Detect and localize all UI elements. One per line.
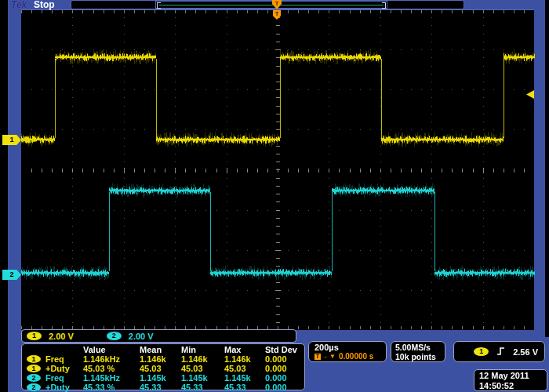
measurement-row: 2 Freq 1.145kHz 1.145k 1.145k 1.145k 0.0… xyxy=(22,373,304,383)
bezel-right-edge xyxy=(545,0,549,337)
channel-1-badge: 1 xyxy=(27,332,42,340)
trigger-level-readout: 2.56 V xyxy=(513,347,538,357)
record-waveform-line xyxy=(159,5,384,5)
title-bar: Tek Stop T xyxy=(8,0,545,10)
channel-2-badge: 2 xyxy=(27,374,41,382)
window-bracket-left xyxy=(157,2,161,9)
trigger-readout-box: 1 2.56 V xyxy=(453,341,545,362)
channel-2-badge: 2 xyxy=(27,383,41,391)
datetime-box: 12 May 2011 14:50:52 xyxy=(474,369,547,391)
sample-rate: 5.00MS/s xyxy=(395,343,445,352)
channel-scale-bar: 1 2.00 V 2 2.00 V xyxy=(21,329,296,343)
trigger-position-readout-icon: T→▼ xyxy=(314,352,336,361)
measurement-header-row: Value Mean Min Max Std Dev xyxy=(22,345,304,354)
tek-logo: Tek xyxy=(11,0,27,10)
channel-1-badge: 1 xyxy=(27,365,41,372)
record-length: 10k points xyxy=(395,352,445,361)
channel-1-scale: 2.00 V xyxy=(49,332,74,341)
measurement-row: 1 Freq 1.146kHz 1.146k 1.146k 1.146k 0.0… xyxy=(22,354,304,364)
channel-1-badge: 1 xyxy=(27,355,41,363)
measurement-row: 2 +Duty 45.33 % 45.33 45.33 45.33 0.000 xyxy=(22,383,304,392)
bezel-left-edge xyxy=(0,0,8,392)
rising-edge-icon xyxy=(496,345,505,359)
measurement-row: 1 +Duty 45.03 % 45.03 45.03 45.03 0.000 xyxy=(22,364,304,373)
measurement-panel: Value Mean Min Max Std Dev 1 Freq 1.146k… xyxy=(21,343,305,390)
time-per-division: 200µs xyxy=(314,343,386,352)
acquisition-readout-box: 5.00MS/s 10k points xyxy=(391,341,445,362)
acquisition-status: Stop xyxy=(34,0,55,10)
channel-2-badge: 2 xyxy=(107,332,122,340)
horizontal-readout-box: 200µs T→▼ 0.00000 s xyxy=(308,341,387,362)
window-bracket-right xyxy=(382,2,386,9)
trigger-position-readout: 0.00000 s xyxy=(339,352,374,361)
oscilloscope-screen: Tek Stop T T 1 2 1 2.00 V 2 2.00 V Value… xyxy=(0,0,549,392)
channel-2-scale: 2.00 V xyxy=(129,332,154,341)
time-readout: 14:50:52 xyxy=(479,381,547,391)
record-strip xyxy=(71,0,464,9)
record-view-bar xyxy=(155,1,387,9)
trigger-source-badge: 1 xyxy=(474,347,489,356)
date-readout: 12 May 2011 xyxy=(479,371,547,381)
